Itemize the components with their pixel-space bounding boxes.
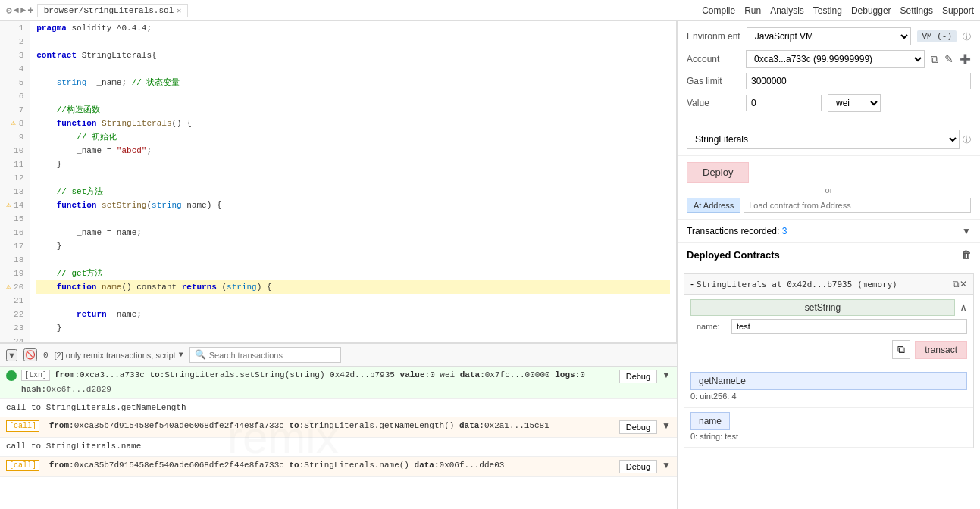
trash-icon[interactable]: 🗑 — [961, 249, 971, 261]
value-input[interactable] — [746, 95, 822, 111]
environment-select[interactable]: JavaScript VM — [747, 27, 912, 45]
analysis-menu-item[interactable]: Analysis — [770, 5, 804, 16]
nav-right: Compile Run Analysis Testing Debugger Se… — [702, 5, 974, 16]
instance-title: StringLiterals at 0x42d...b7935 (memory) — [697, 279, 953, 289]
testing-menu-item[interactable]: Testing — [813, 5, 842, 16]
setstring-btn[interactable]: setString — [690, 299, 955, 316]
search-input[interactable] — [209, 351, 315, 360]
account-copy-btn[interactable]: ⧉ — [931, 53, 938, 66]
debug-btn-5[interactable]: Debug — [619, 460, 657, 473]
debug-btn-1[interactable]: Debug — [619, 370, 657, 383]
line-7: 7 — [6, 103, 23, 117]
back-icon[interactable]: ◄ — [14, 5, 19, 16]
right-panel: Environm ent JavaScript VM VM (-) ⓘ Acco… — [677, 21, 980, 509]
log-header-5: [call] from:0xca35b7d915458ef540ade6068d… — [6, 460, 671, 473]
transactions-chevron[interactable]: ▼ — [962, 226, 971, 236]
code-line-22: return _name; — [36, 308, 670, 321]
code-line-2 — [36, 35, 670, 48]
name-param-input[interactable] — [731, 319, 967, 334]
support-menu-item[interactable]: Support — [942, 5, 974, 16]
settings-menu-item[interactable]: Settings — [900, 5, 933, 16]
log-text-1: from:0xca3...a733c to:StringLiterals.set… — [55, 370, 615, 381]
at-address-button[interactable]: At Address — [687, 198, 740, 213]
code-line-1: pragma solidity ^0.4.4; — [36, 21, 670, 35]
run-menu-item[interactable]: Run — [744, 5, 761, 16]
code-line-13: // set方法 — [36, 185, 670, 198]
transactions-label: Transactions recorded: — [687, 226, 779, 236]
forward-icon[interactable]: ► — [20, 5, 26, 16]
code-line-9: // 初始化 — [36, 130, 670, 144]
code-line-6 — [36, 89, 670, 103]
settings-icon[interactable]: ⚙ — [6, 5, 12, 17]
add-file-icon[interactable]: + — [27, 5, 33, 17]
log-chevron-3[interactable]: ▼ — [662, 420, 671, 431]
transactions-header[interactable]: Transactions recorded: 3 ▼ — [678, 220, 980, 243]
setstring-section: setString ∧ name: ⧉ transact — [684, 295, 973, 367]
at-address-input[interactable] — [744, 198, 971, 213]
code-line-23: } — [36, 321, 670, 335]
deploy-section: Deploy or At Address — [678, 156, 980, 220]
console-filter[interactable]: [2] only remix transactions, script ▼ — [55, 351, 183, 360]
gas-limit-label: Gas limit — [687, 76, 740, 86]
log-chevron-1[interactable]: ▼ — [662, 370, 671, 380]
line-2: 2 — [6, 35, 23, 48]
code-line-19: // get方法 — [36, 267, 670, 280]
code-content[interactable]: pragma solidity ^0.4.4; contract StringL… — [30, 21, 676, 342]
code-line-5: string _name; // 状态变量 — [36, 76, 670, 89]
instance-copy-btn[interactable]: ⧉ — [953, 279, 960, 289]
getnamelength-section: getNameLe 0: uint256: 4 — [684, 367, 973, 408]
log-entry-3: [call] from:0xca35b7d915458ef540ade6068d… — [0, 417, 677, 438]
tab-close-icon[interactable]: ✕ — [177, 6, 181, 15]
line-22: 22 — [6, 308, 23, 321]
console-count: 0 — [43, 351, 49, 360]
code-line-10: _name = "abcd"; — [36, 144, 670, 158]
deployed-contracts-header: Deployed Contracts 🗑 — [678, 243, 980, 267]
compile-menu-item[interactable]: Compile — [702, 5, 735, 16]
filter-chevron[interactable]: ▼ — [179, 351, 183, 359]
code-line-8: function StringLiterals() { — [36, 117, 670, 130]
account-select[interactable]: 0xca3...a733c (99.99999999) — [746, 50, 925, 68]
editor-tab[interactable]: browser/StringLiterals.sol ✕ — [37, 4, 189, 17]
debug-btn-3[interactable]: Debug — [619, 420, 657, 434]
log-tag-5: [call] — [6, 460, 39, 471]
value-unit-select[interactable]: wei — [828, 94, 881, 112]
copy-result-btn[interactable]: ⧉ — [892, 340, 910, 359]
deploy-button[interactable]: Deploy — [687, 162, 749, 183]
console-chevron-btn[interactable]: ▼ — [6, 349, 17, 361]
log-chevron-5[interactable]: ▼ — [662, 460, 671, 470]
tab-label: browser/StringLiterals.sol — [44, 6, 174, 15]
console-logs[interactable]: [txn] from:0xca3...a733c to:StringLitera… — [0, 367, 677, 509]
instance-toggle-btn[interactable]: - — [690, 279, 694, 289]
log-header-1: [txn] from:0xca3...a733c to:StringLitera… — [6, 370, 671, 383]
log-text-4: call to StringLiterals.name — [6, 441, 671, 452]
setstring-toggle[interactable]: ∧ — [960, 301, 967, 314]
log-sub-1: hash:0xc6f...d2829 — [21, 383, 671, 395]
code-editor[interactable]: 1 2 3 4 5 6 7 ⚠8 9 10 11 12 13 ⚠14 15 16 — [0, 21, 677, 342]
transact-btn[interactable]: transact — [915, 341, 967, 359]
contract-info-icon[interactable]: ⓘ — [963, 134, 971, 145]
setstring-header: setString ∧ — [690, 299, 967, 316]
log-status-1 — [6, 370, 17, 381]
log-text-3: from:0xca35b7d915458ef540ade6068dfe2f44e… — [44, 420, 615, 432]
getnamelength-btn[interactable]: getNameLe — [690, 372, 967, 390]
log-header-4: call to StringLiterals.name — [6, 441, 671, 452]
line-15: 15 — [6, 212, 23, 226]
line-23: 23 — [6, 321, 23, 335]
value-label: Value — [687, 98, 740, 108]
gas-limit-input[interactable] — [746, 73, 971, 89]
console-clear-btn[interactable]: 🚫 — [23, 348, 37, 361]
code-line-17: } — [36, 239, 670, 253]
contract-select[interactable]: StringLiterals — [687, 130, 960, 149]
instance-close-btn[interactable]: ✕ — [960, 279, 967, 289]
console-search-box[interactable]: 🔍 — [189, 347, 341, 363]
line-20: ⚠20 — [6, 280, 23, 294]
add-account-icon[interactable]: ➕ — [960, 54, 971, 65]
log-entry-4: call to StringLiterals.name — [0, 438, 677, 456]
debugger-menu-item[interactable]: Debugger — [851, 5, 891, 16]
log-header-2: call to StringLiterals.getNameLength — [6, 402, 671, 414]
environment-info-icon[interactable]: ⓘ — [963, 31, 971, 42]
top-nav: ⚙ ◄ ► + browser/StringLiterals.sol ✕ Com… — [0, 0, 980, 21]
account-edit-btn[interactable]: ✎ — [944, 53, 953, 65]
name-fn-btn[interactable]: name — [690, 412, 730, 430]
log-tag-3: [call] — [6, 420, 39, 432]
